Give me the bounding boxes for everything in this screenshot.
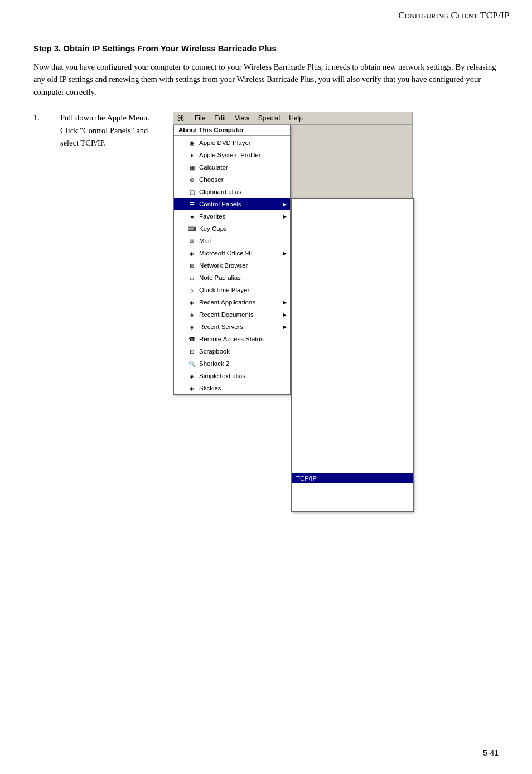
menubar-file[interactable]: File: [190, 113, 210, 123]
menu-quicktime-player[interactable]: ▷ QuickTime Player: [174, 284, 290, 296]
submenu-control-strip[interactable]: Control Strip: [292, 246, 413, 255]
menu-item-label: Recent Applications: [199, 299, 255, 306]
apple-menu-icon[interactable]: ⌘: [177, 114, 185, 123]
menu-item-label: Chooser: [199, 176, 223, 183]
step-number: 1.: [33, 112, 49, 124]
control-panels-icon: ☰: [187, 200, 196, 209]
page-header: Configuring Client TCP/IP: [0, 0, 532, 27]
submenu-speech[interactable]: Speech: [292, 454, 413, 464]
submenu-web-sharing[interactable]: Web Sharing: [292, 502, 413, 511]
submenu-sound[interactable]: Sound: [292, 445, 413, 454]
submenu-monitors[interactable]: Monitors: [292, 379, 413, 388]
submenu-startup-disk[interactable]: Startup Disk: [292, 464, 413, 473]
submenu-iomega[interactable]: Iomega Drive Options: [292, 322, 413, 331]
menu-recent-documents[interactable]: ◈ Recent Documents: [174, 308, 290, 321]
scrapbook-icon: ⊡: [187, 347, 196, 356]
ms-office-icon: ◈: [187, 249, 196, 258]
menu-favorites[interactable]: ★ Favorites: [174, 210, 290, 222]
key-caps-icon: ⌨: [187, 224, 196, 233]
menu-key-caps[interactable]: ⌨ Key Caps: [174, 222, 290, 235]
submenu-internet[interactable]: Internet: [292, 312, 413, 322]
menu-calculator[interactable]: ▦ Calculator: [174, 161, 290, 173]
submenu-location-manager[interactable]: Location Manager: [292, 350, 413, 360]
menu-network-browser[interactable]: ⊞ Network Browser: [174, 259, 290, 272]
dropdown-area: About This Computer ◉ Apple DVD Player ♦…: [173, 125, 412, 395]
chooser-icon: ⊕: [187, 175, 196, 184]
menu-apple-system-profiler[interactable]: ♦ Apple System Profiler: [174, 149, 290, 161]
mac-screenshot: ⌘ File Edit View Special Help About This…: [173, 112, 413, 395]
menu-ms-office[interactable]: ◈ Microsoft Office 98: [174, 247, 290, 259]
menubar-help[interactable]: Help: [284, 113, 307, 123]
favorites-icon: ★: [187, 212, 196, 221]
note-pad-icon: □: [187, 273, 196, 282]
submenu-tcp-ip[interactable]: TCP/IP: [292, 473, 413, 483]
menu-stickies[interactable]: ◈ Stickies: [174, 382, 290, 394]
submenu-configuration-manager[interactable]: Configuration Manager: [292, 236, 413, 246]
menu-item-label: Apple DVD Player: [199, 139, 251, 146]
menu-clipboard[interactable]: ◫ Clipboard alias: [174, 186, 290, 198]
menu-scrapbook[interactable]: ⊡ Scrapbook: [174, 345, 290, 357]
submenu-file-exchange[interactable]: File Exchange: [292, 284, 413, 293]
submenu-memory[interactable]: Memory: [292, 360, 413, 369]
submenu-date-time[interactable]: Date & Time: [292, 255, 413, 265]
submenu-appearance[interactable]: Appearance: [292, 199, 413, 208]
apple-dvd-icon: ◉: [187, 138, 196, 147]
submenu-modem[interactable]: Modem: [292, 369, 413, 379]
clipboard-icon: ◫: [187, 187, 196, 196]
menu-item-label: Remote Access Status: [199, 336, 264, 342]
step-container: 1. Pull down the Apple Menu. Click "Cont…: [33, 112, 499, 395]
stickies-icon: ◈: [187, 384, 196, 393]
submenu-general-controls[interactable]: General Controls: [292, 303, 413, 312]
submenu-software-update[interactable]: Software Update: [292, 436, 413, 445]
menu-apple-dvd-player[interactable]: ◉ Apple DVD Player: [174, 137, 290, 149]
submenu-mouseware[interactable]: MouseWare: [292, 398, 413, 407]
menu-item-label: Control Panels: [199, 201, 241, 207]
remote-access-icon: ☎: [187, 335, 196, 344]
submenu-energy-saver[interactable]: Energy Saver: [292, 265, 413, 274]
submenu-multiple-users[interactable]: Multiple Users: [292, 407, 413, 417]
submenu-launcher[interactable]: Launcher: [292, 341, 413, 350]
submenu-mouse[interactable]: Mouse: [292, 388, 413, 398]
menu-sherlock[interactable]: 🔍 Sherlock 2: [174, 357, 290, 370]
menu-chooser[interactable]: ⊕ Chooser: [174, 173, 290, 186]
submenu-extensions-manager[interactable]: Extensions Manager: [292, 274, 413, 284]
menu-item-label: Network Browser: [199, 262, 248, 269]
menu-control-panels[interactable]: ☰ Control Panels Appearance Apple Menu O…: [174, 198, 290, 210]
menu-recent-servers[interactable]: ◈ Recent Servers: [174, 321, 290, 333]
menu-item-label: Note Pad alias: [199, 274, 241, 281]
menubar-special[interactable]: Special: [254, 113, 284, 123]
about-this-computer[interactable]: About This Computer: [174, 125, 290, 136]
menu-item-label: Mail: [199, 238, 211, 244]
recent-docs-icon: ◈: [187, 310, 196, 319]
menubar-edit[interactable]: Edit: [210, 113, 230, 123]
menu-item-label: SimpleText alias: [199, 373, 245, 379]
submenu-keyboard[interactable]: Keyboard: [292, 331, 413, 341]
menu-simpletext[interactable]: ◈ SimpleText alias: [174, 370, 290, 382]
simpletext-icon: ◈: [187, 371, 196, 380]
submenu-text[interactable]: Text: [292, 483, 413, 492]
menu-remote-access-status[interactable]: ☎ Remote Access Status: [174, 333, 290, 345]
menubar-view[interactable]: View: [230, 113, 254, 123]
submenu-usb-printer-sharing[interactable]: USB Printer Sharing: [292, 492, 413, 502]
submenu-file-sharing[interactable]: File Sharing: [292, 293, 413, 303]
menu-item-label: Favorites: [199, 213, 225, 220]
recent-apps-icon: ◈: [187, 298, 196, 307]
menu-recent-applications[interactable]: ◈ Recent Applications: [174, 296, 290, 308]
step-instruction: 1. Pull down the Apple Menu. Click "Cont…: [33, 112, 156, 149]
page-number: 5-41: [483, 748, 499, 757]
submenu-apple-menu-options[interactable]: Apple Menu Options: [292, 208, 413, 217]
submenu-remote-access[interactable]: Remote Access: [292, 426, 413, 436]
network-browser-icon: ⊞: [187, 261, 196, 270]
submenu-quicktime-settings[interactable]: QuickTime™ Settings: [292, 417, 413, 426]
menu-item-label: Scrapbook: [199, 348, 230, 355]
submenu-appletalk[interactable]: AppleTalk: [292, 217, 413, 227]
header-title: Configuring Client TCP/IP: [398, 10, 510, 21]
submenu-colorsync[interactable]: ColorSync: [292, 227, 413, 236]
recent-servers-icon: ◈: [187, 322, 196, 331]
menu-item-label: Apple System Profiler: [199, 152, 261, 158]
menu-note-pad[interactable]: □ Note Pad alias: [174, 272, 290, 284]
menu-mail[interactable]: ✉ Mail: [174, 235, 290, 247]
quicktime-icon: ▷: [187, 286, 196, 294]
menu-item-label: Clipboard alias: [199, 188, 241, 195]
body-text: Now that you have configured your comput…: [33, 61, 499, 98]
